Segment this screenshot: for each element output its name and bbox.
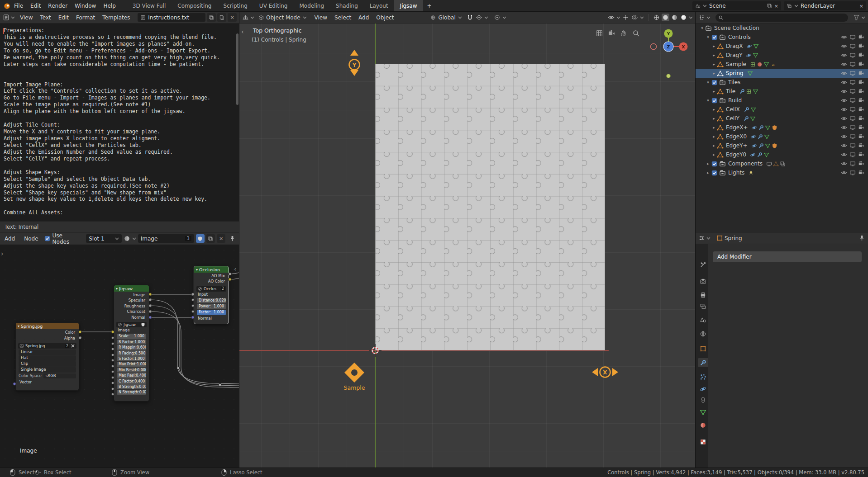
workspace-tab[interactable]: Jigsaw bbox=[394, 0, 423, 12]
camera-icon[interactable] bbox=[858, 34, 864, 40]
expander-icon[interactable]: ▸ bbox=[711, 53, 717, 57]
screen-icon[interactable] bbox=[849, 133, 856, 140]
eye-icon[interactable] bbox=[841, 170, 847, 176]
gridic-icon[interactable] bbox=[750, 61, 756, 67]
properties-editor[interactable]: Spring Add Modifier bbox=[696, 232, 868, 468]
users-count-badge[interactable]: 2 bbox=[221, 287, 225, 291]
menu-item[interactable]: Format bbox=[72, 14, 99, 21]
wrench-icon[interactable] bbox=[757, 134, 763, 140]
outliner-item-label[interactable]: CellX bbox=[726, 106, 740, 113]
data-icon[interactable] bbox=[750, 116, 756, 122]
ptab-output-icon[interactable] bbox=[700, 292, 706, 298]
ptab-physics-icon[interactable] bbox=[700, 386, 706, 392]
shader-node-canvas[interactable]: › ‹ ▾ Spring.jpg ColorAlpha Spring.jpg 2… bbox=[0, 245, 239, 468]
workspace-tab[interactable]: Shading bbox=[330, 0, 364, 12]
add-modifier-dropdown[interactable]: Add Modifier bbox=[713, 251, 862, 262]
mouse-lmb-icon[interactable] bbox=[10, 469, 15, 476]
menu-add[interactable]: Add bbox=[4, 236, 19, 242]
menu-item[interactable]: Render bbox=[44, 3, 71, 9]
camera-icon[interactable] bbox=[858, 151, 864, 158]
shield-icon[interactable] bbox=[772, 143, 777, 149]
control-drag-x[interactable]: X bbox=[591, 364, 620, 380]
mouse-mmb-icon[interactable] bbox=[112, 469, 117, 476]
eye-icon[interactable] bbox=[841, 142, 847, 149]
add-workspace-button[interactable]: + bbox=[423, 3, 436, 9]
data-icon[interactable] bbox=[747, 71, 753, 76]
viewport-3d[interactable]: Object Mode ViewSelectAddObject Global bbox=[239, 12, 696, 468]
outliner-item-label[interactable]: EdgeX+ bbox=[726, 124, 748, 131]
physics-icon[interactable] bbox=[751, 125, 757, 131]
properties-tab[interactable] bbox=[698, 437, 708, 446]
mode-dropdown[interactable]: Object Mode bbox=[256, 13, 310, 22]
eye-icon[interactable] bbox=[841, 61, 847, 67]
checkbox-icon[interactable] bbox=[711, 97, 718, 104]
mesh-icon[interactable] bbox=[717, 43, 724, 50]
number-field[interactable]: R Facing:0.500 bbox=[117, 350, 146, 355]
expander-icon[interactable]: ▸ bbox=[711, 152, 717, 157]
snap-target-button[interactable] bbox=[475, 14, 483, 21]
data-icon[interactable] bbox=[753, 89, 758, 94]
close-icon[interactable] bbox=[71, 344, 75, 348]
proportional-editing-button[interactable] bbox=[493, 14, 501, 21]
eye-icon[interactable] bbox=[841, 70, 847, 76]
unlink-material-button[interactable]: × bbox=[217, 234, 225, 243]
eye-icon[interactable] bbox=[841, 124, 847, 131]
camera-icon[interactable] bbox=[858, 115, 864, 122]
collection-icon[interactable] bbox=[719, 34, 726, 41]
ptab-world-icon[interactable] bbox=[700, 331, 706, 337]
menu-item[interactable]: Templates bbox=[99, 14, 134, 21]
menu-item[interactable]: Select bbox=[331, 14, 355, 21]
chevron-down-icon[interactable] bbox=[616, 16, 620, 19]
data-icon[interactable] bbox=[753, 43, 759, 49]
visibility-dropdown[interactable] bbox=[607, 14, 615, 21]
outliner-item-label[interactable]: Spring bbox=[726, 70, 744, 76]
screen-icon[interactable] bbox=[849, 151, 856, 158]
outliner-row[interactable]: ▾ Scene Collection bbox=[696, 24, 868, 33]
eye-icon[interactable] bbox=[841, 79, 847, 85]
mesh-white-icon[interactable] bbox=[717, 70, 724, 77]
number-field[interactable]: S Factor:1.000 bbox=[117, 356, 146, 361]
outliner-row[interactable]: ▸ Lights bbox=[696, 168, 868, 177]
perspective-toggle-icon[interactable] bbox=[595, 29, 604, 38]
expander-icon[interactable]: ▾ bbox=[705, 35, 711, 39]
screen-icon[interactable] bbox=[849, 79, 856, 85]
screen-icon[interactable] bbox=[849, 106, 856, 113]
chevron-down-icon[interactable] bbox=[706, 16, 711, 19]
collapse-icon[interactable]: ▾ bbox=[18, 324, 19, 328]
menu-item[interactable]: File bbox=[10, 3, 27, 9]
screen-icon[interactable] bbox=[766, 161, 772, 167]
expander-icon[interactable]: ▸ bbox=[711, 143, 717, 148]
font-icon[interactable]: a bbox=[770, 61, 776, 67]
region-toggle-icon[interactable]: › bbox=[1, 250, 4, 257]
new-text-button[interactable] bbox=[217, 13, 226, 22]
outliner-item-label[interactable]: EdgeX0 bbox=[726, 133, 747, 140]
camera-icon[interactable] bbox=[858, 106, 864, 113]
filter-icon[interactable] bbox=[853, 14, 860, 21]
number-field[interactable]: Max Resi:0.400 bbox=[117, 373, 146, 378]
fake-user-button[interactable] bbox=[196, 234, 205, 243]
outliner-item-label[interactable]: Components bbox=[728, 161, 763, 167]
eye-icon[interactable] bbox=[841, 115, 847, 122]
editor-type-icon[interactable] bbox=[698, 14, 705, 21]
collapse-icon[interactable]: ▾ bbox=[196, 268, 198, 272]
ptab-scene-icon[interactable] bbox=[700, 316, 706, 323]
properties-tab[interactable] bbox=[698, 329, 708, 338]
navigation-gizmo[interactable]: Y X Z bbox=[646, 24, 691, 82]
viewport-canvas[interactable]: Y X Sample Top Orthographic (1) Controls… bbox=[239, 24, 696, 468]
control-drag-y[interactable]: Y bbox=[346, 48, 362, 77]
outliner-row[interactable]: ▸ DragX bbox=[696, 42, 868, 51]
eye-icon[interactable] bbox=[841, 43, 847, 49]
view-layer-selector[interactable]: RenderLayer × bbox=[784, 1, 866, 10]
mesh-faded-icon[interactable] bbox=[773, 161, 779, 167]
screen-icon[interactable] bbox=[849, 170, 856, 176]
eye-icon[interactable] bbox=[841, 151, 847, 158]
properties-tab[interactable] bbox=[698, 372, 708, 381]
chevron-down-icon[interactable] bbox=[484, 16, 488, 19]
ptab-render-icon[interactable] bbox=[700, 278, 706, 285]
material-icon[interactable] bbox=[757, 61, 763, 67]
camera-icon[interactable] bbox=[858, 70, 864, 76]
mouse-drag-icon[interactable] bbox=[35, 469, 41, 476]
outliner-item-label[interactable]: Sample bbox=[726, 61, 746, 67]
workspace-tab[interactable]: Modeling bbox=[293, 0, 330, 12]
group-icon[interactable] bbox=[780, 161, 786, 167]
